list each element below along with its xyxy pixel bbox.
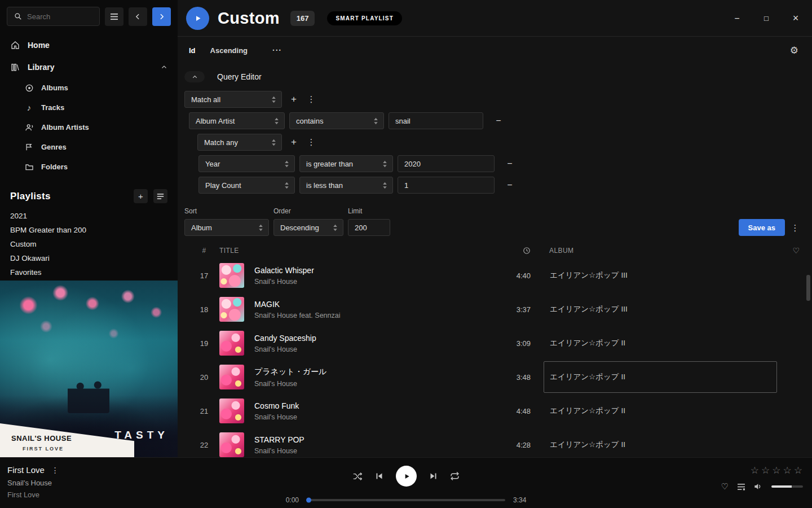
- rule-menu-button[interactable]: ⋮: [306, 91, 317, 107]
- playlist-item-custom[interactable]: Custom: [0, 237, 178, 251]
- folder-icon: [24, 162, 34, 172]
- track-row[interactable]: 17 Galactic Whisper Snail's House 4:40 エ…: [178, 259, 812, 292]
- group-rule-value-input[interactable]: [398, 177, 495, 194]
- track-row[interactable]: 21 Cosmo Funk Snail's House 4:48 エイリアン☆ポ…: [178, 394, 812, 428]
- match-all-select[interactable]: Match all: [184, 91, 282, 108]
- column-header-index[interactable]: #: [189, 247, 219, 255]
- select-value: is greater than: [306, 160, 353, 168]
- track-table-header: # TITLE ALBUM ♡: [178, 243, 812, 259]
- track-row[interactable]: 20 プラネット・ガール Snail's House 3:48 エイリアン☆ポッ…: [178, 360, 812, 394]
- column-header-album[interactable]: ALBUM: [549, 247, 780, 255]
- volume-slider[interactable]: [771, 485, 803, 488]
- save-as-button[interactable]: Save as: [739, 219, 785, 236]
- track-count-badge: 167: [290, 11, 315, 26]
- search-icon: [13, 12, 23, 21]
- playlist-list-button[interactable]: [153, 189, 167, 203]
- add-rule-button[interactable]: +: [286, 91, 301, 107]
- star-icon[interactable]: ☆: [794, 465, 803, 476]
- collapse-query-editor-button[interactable]: [184, 71, 205, 82]
- seek-bar[interactable]: [307, 499, 505, 501]
- shuffle-button[interactable]: [352, 472, 363, 481]
- query-group-rule-row: Year is greater than −: [198, 155, 812, 172]
- star-icon[interactable]: ☆: [751, 465, 760, 476]
- rule-operator-select[interactable]: contains: [289, 112, 384, 129]
- group-rule-operator-select[interactable]: is greater than: [299, 155, 393, 172]
- match-any-select[interactable]: Match any: [197, 134, 282, 151]
- sort-field-button[interactable]: Id: [189, 46, 196, 55]
- track-artist: Snail's House feat. Sennzai: [254, 312, 340, 319]
- queue-button[interactable]: [737, 483, 745, 491]
- play-playlist-button[interactable]: [186, 7, 209, 30]
- star-icon[interactable]: ☆: [783, 465, 792, 476]
- sidebar-item-albums[interactable]: Albums: [0, 78, 178, 98]
- transport-controls: [352, 466, 460, 487]
- heart-column-icon[interactable]: ♡: [780, 246, 812, 255]
- save-menu-button[interactable]: ⋮: [789, 220, 801, 236]
- nav-back-button[interactable]: [129, 7, 147, 26]
- track-table: # TITLE ALBUM ♡ 17 Galactic Whisper Snai…: [178, 243, 812, 457]
- playlists-title: Playlists: [10, 191, 51, 202]
- group-rule-value-input[interactable]: [398, 155, 495, 172]
- rule-value-input[interactable]: [389, 112, 483, 129]
- sidebar-item-tracks[interactable]: ♪ Tracks: [0, 98, 178, 117]
- add-group-rule-button[interactable]: +: [286, 134, 301, 150]
- menu-button[interactable]: [105, 7, 123, 26]
- search-input[interactable]: [27, 12, 89, 21]
- track-row[interactable]: 18 MAGIK Snail's House feat. Sennzai 3:3…: [178, 292, 812, 326]
- sort-direction-button[interactable]: Ascending: [210, 46, 248, 55]
- remove-group-rule-button[interactable]: −: [502, 156, 517, 171]
- previous-button[interactable]: [375, 472, 383, 480]
- query-group-row: Match any + ⋮: [197, 134, 812, 151]
- play-pause-button[interactable]: [396, 466, 417, 487]
- chevron-up-icon[interactable]: [161, 64, 167, 71]
- next-button[interactable]: [429, 472, 438, 480]
- group-rule-field-select[interactable]: Play Count: [198, 177, 295, 194]
- cover-artist: SNAIL'S HOUSE: [11, 434, 72, 443]
- group-menu-button[interactable]: ⋮: [306, 134, 317, 150]
- repeat-button[interactable]: [450, 471, 460, 481]
- sidebar-item-folders[interactable]: Folders: [0, 157, 178, 177]
- search-box[interactable]: [7, 7, 100, 26]
- close-button[interactable]: ×: [791, 12, 801, 24]
- playlist-item-dj-okawari[interactable]: DJ Okawari: [0, 251, 178, 265]
- volume-button[interactable]: [754, 483, 763, 491]
- column-header-title[interactable]: TITLE: [219, 247, 491, 255]
- track-thumbnail: [219, 331, 244, 356]
- track-menu-button[interactable]: ⋮: [51, 466, 59, 475]
- track-row[interactable]: 19 Candy Spaceship Snail's House 3:09 エイ…: [178, 326, 812, 360]
- minimize-button[interactable]: −: [732, 14, 742, 24]
- sidebar-item-album-artists[interactable]: Album Artists: [0, 117, 178, 137]
- add-playlist-button[interactable]: +: [134, 189, 148, 203]
- playlist-item-2021[interactable]: 2021: [0, 209, 178, 223]
- column-header-duration[interactable]: [491, 247, 531, 255]
- playlist-item-bpm[interactable]: BPM Greater than 200: [0, 223, 178, 237]
- group-rule-operator-select[interactable]: is less than: [299, 177, 393, 194]
- remove-rule-button[interactable]: −: [491, 113, 506, 128]
- select-arrows-icon: [271, 139, 276, 146]
- sidebar-item-genres[interactable]: Genres: [0, 137, 178, 157]
- query-order-select[interactable]: Descending: [273, 219, 343, 236]
- rule-field-select[interactable]: Album Artist: [189, 112, 285, 129]
- track-row[interactable]: 22 STARRY POP Snail's House 4:28 エイリアン☆ポ…: [178, 428, 812, 457]
- query-sort-row: Sort Album Order Descending Limit Save a…: [184, 207, 812, 236]
- nav-forward-button[interactable]: [152, 7, 171, 26]
- star-icon[interactable]: ☆: [772, 465, 781, 476]
- remove-group-rule-button[interactable]: −: [502, 178, 517, 192]
- settings-gear-icon[interactable]: ⚙: [790, 45, 798, 56]
- track-album-focused[interactable]: エイリアン☆ポップ II: [544, 361, 777, 393]
- track-index: 21: [189, 407, 219, 415]
- query-sort-select[interactable]: Album: [184, 219, 269, 236]
- limit-input[interactable]: [348, 219, 390, 236]
- seek-handle[interactable]: [306, 498, 311, 503]
- favorite-heart-button[interactable]: ♡: [721, 481, 729, 492]
- scrollbar-thumb[interactable]: [806, 275, 810, 301]
- rating-stars[interactable]: ☆ ☆ ☆ ☆ ☆: [751, 465, 803, 476]
- playlist-item-favorites[interactable]: Favorites: [0, 265, 178, 279]
- sidebar-item-home[interactable]: Home: [0, 34, 178, 56]
- sidebar-item-library[interactable]: Library: [0, 56, 178, 78]
- select-arrows-icon: [284, 160, 289, 168]
- star-icon[interactable]: ☆: [761, 465, 770, 476]
- more-options-button[interactable]: ···: [272, 46, 282, 55]
- maximize-button[interactable]: □: [761, 14, 771, 23]
- group-rule-field-select[interactable]: Year: [198, 155, 295, 172]
